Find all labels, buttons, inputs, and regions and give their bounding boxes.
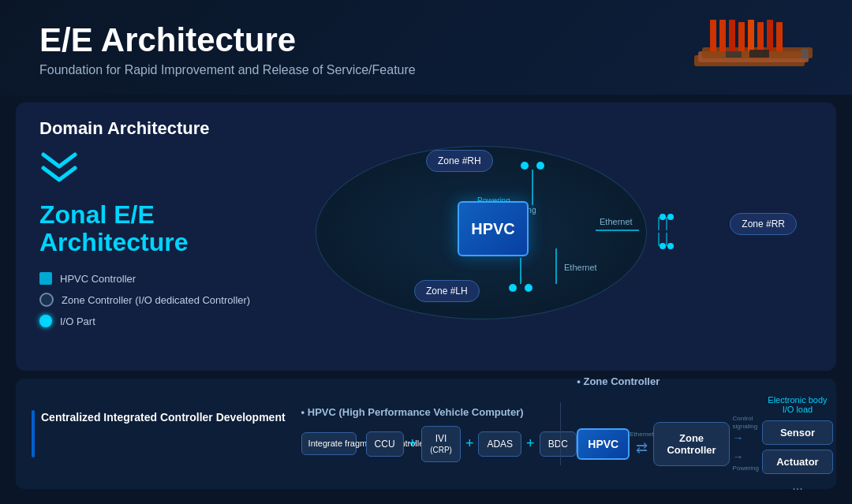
svg-point-25 xyxy=(667,214,674,220)
svg-rect-3 xyxy=(710,20,716,51)
svg-rect-11 xyxy=(726,51,742,58)
hpvc-mini-box: HPVC xyxy=(577,428,630,460)
left-panel: Domain Architecture Zonal E/E Architectu… xyxy=(39,118,276,355)
legend-item-io: I/O Part xyxy=(39,315,276,327)
formula-op-3: + xyxy=(465,435,474,452)
legend-item-zone: Zone Controller (I/O dedicated Controlle… xyxy=(39,293,276,307)
electronic-body-title: Electronic body I/O load xyxy=(762,395,833,414)
svg-rect-13 xyxy=(801,49,809,53)
hpvc-central-box: HPVC xyxy=(458,201,529,256)
bottom-left-label: Centralized Integrated Controller Develo… xyxy=(32,410,286,457)
ethernet-arrow: Ethernet ⇄ xyxy=(630,431,653,457)
svg-rect-8 xyxy=(757,22,764,51)
powering-label: Powering xyxy=(733,465,759,472)
more-dots: ... xyxy=(762,479,833,493)
ctrl-signaling-label: Controlsignaling xyxy=(733,415,759,430)
integrate-box: Integrate fragmented controllers xyxy=(301,432,357,454)
zone-rr-label: Zone #RR xyxy=(742,218,785,230)
ethernet-label: Ethernet xyxy=(630,431,653,439)
svg-rect-7 xyxy=(748,20,754,51)
bottom-diagram: HPVC Ethernet ⇄ ZoneController Controlsi… xyxy=(577,395,820,493)
hpvc-formula: Integrate fragmented controllers CCU + I… xyxy=(301,426,545,462)
legend-item-hpvc: HPVC Controller xyxy=(39,272,276,285)
zone-section: • Zone Controller HPVC Ethernet ⇄ ZoneCo… xyxy=(577,375,820,493)
zone-ctrl-label: ZoneController xyxy=(667,432,716,456)
svg-point-29 xyxy=(667,243,674,249)
adas-box: ADAS xyxy=(478,431,521,457)
svg-rect-10 xyxy=(776,22,783,51)
legend-dot-icon xyxy=(39,315,52,327)
sensor-actuator-list: Sensor Actuator ... xyxy=(762,420,833,493)
svg-rect-6 xyxy=(738,22,745,51)
hpvc-section: • HPVC (High Performance Vehicle Compute… xyxy=(301,406,545,462)
blue-bar-icon xyxy=(32,410,35,457)
legend-label-zone: Zone Controller (I/O dedicated Controlle… xyxy=(62,294,250,306)
legend-circle-icon xyxy=(39,293,54,307)
bottom-label-text: Centralized Integrated Controller Develo… xyxy=(41,410,286,457)
zone-lh-label: Zone #LH xyxy=(426,286,468,297)
ccu-box: CCU xyxy=(366,431,404,457)
svg-rect-14 xyxy=(801,54,809,58)
svg-rect-5 xyxy=(729,20,735,51)
svg-point-27 xyxy=(660,243,666,249)
sensor-actuator-section: Electronic body I/O load Sensor Actuator… xyxy=(762,395,833,493)
bottom-section: Centralized Integrated Controller Develo… xyxy=(16,379,836,489)
middle-section: Domain Architecture Zonal E/E Architectu… xyxy=(16,103,836,371)
zone-rh-box: Zone #RH xyxy=(426,150,493,172)
diagram-container: Ethernet Ethernet Powering Control signa… xyxy=(292,126,813,347)
legend-label-io: I/O Part xyxy=(60,315,95,327)
hpvc-label: HPVC xyxy=(471,220,515,238)
ivi-box: IVI(CRP) xyxy=(421,426,461,462)
formula-op-4: + xyxy=(526,435,535,452)
divider xyxy=(560,402,561,465)
zone-rh-label: Zone #RH xyxy=(438,155,481,166)
sensor-box: Sensor xyxy=(762,420,833,445)
bdc-box: BDC xyxy=(540,431,577,457)
legend: HPVC Controller Zone Controller (I/O ded… xyxy=(39,272,276,327)
zonal-title: Zonal E/E Architecture xyxy=(39,201,276,256)
hpvc-section-title: • HPVC (High Performance Vehicle Compute… xyxy=(301,406,545,418)
hardware-image xyxy=(678,8,820,95)
top-section: E/E Architecture Foundation for Rapid Im… xyxy=(0,0,852,95)
zone-lh-box: Zone #LH xyxy=(414,280,480,302)
svg-rect-4 xyxy=(719,20,726,51)
right-panel: Ethernet Ethernet Powering Control signa… xyxy=(292,118,813,355)
zone-section-title: • Zone Controller xyxy=(577,375,820,387)
legend-label-hpvc: HPVC Controller xyxy=(60,273,136,285)
svg-rect-9 xyxy=(767,20,773,51)
svg-point-23 xyxy=(660,214,666,220)
legend-square-icon xyxy=(39,272,52,285)
formula-op-2: + xyxy=(409,435,417,452)
domain-title: Domain Architecture xyxy=(39,118,276,139)
zone-ctrl-box: ZoneController xyxy=(653,422,729,466)
actuator-box: Actuator xyxy=(762,450,833,474)
ctrl-power-arrows: Controlsignaling → → Powering xyxy=(733,415,759,472)
svg-rect-12 xyxy=(749,50,769,58)
chevron-container xyxy=(39,151,276,189)
zone-rr-box: Zone #RR xyxy=(730,213,797,235)
